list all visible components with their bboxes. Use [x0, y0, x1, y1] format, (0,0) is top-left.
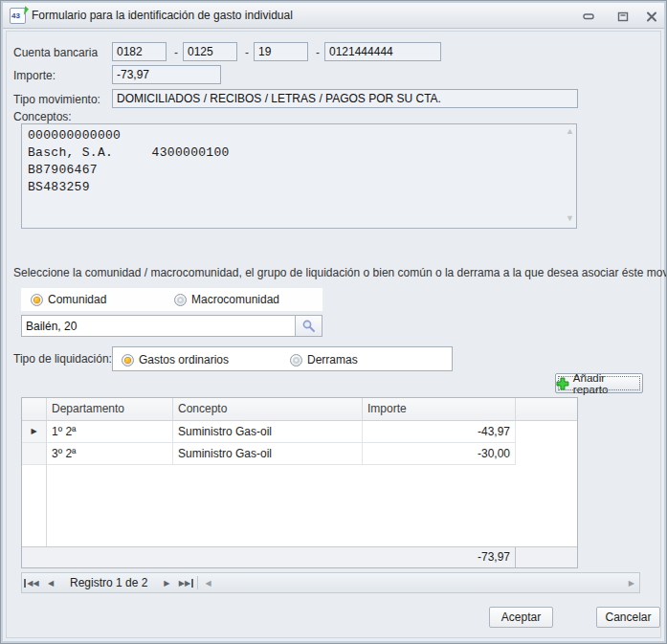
- radio-unselected-icon: [174, 294, 187, 306]
- grid-summary-row: -73,97: [22, 546, 577, 567]
- importe-label: Importe:: [13, 69, 56, 82]
- hscroll-right-icon[interactable]: ▶: [624, 579, 639, 588]
- row-indicator-icon: ▶: [22, 421, 47, 443]
- community-search-input[interactable]: [22, 316, 293, 336]
- community-search-button[interactable]: [295, 316, 322, 336]
- table-row[interactable]: 3º 2ª Suministro Gas-oil -30,00: [22, 443, 516, 465]
- importe-field[interactable]: [112, 65, 221, 84]
- summary-total: -73,97: [363, 547, 516, 567]
- conceptos-textarea[interactable]: 000000000000 Basch, S.A. 4300000100 B879…: [21, 123, 577, 229]
- cell-departamento: 1º 2ª: [47, 421, 173, 443]
- content-panel: Cuenta bancaria - - - Importe: Tipo movi…: [6, 31, 661, 638]
- cancel-button[interactable]: Cancelar: [596, 607, 660, 628]
- grid-header-concepto[interactable]: Concepto: [173, 398, 363, 420]
- hscroll-left-icon[interactable]: ◀: [200, 579, 215, 588]
- grid-header-indicator: [22, 398, 47, 420]
- community-search-box: [21, 315, 322, 337]
- close-icon: [646, 11, 657, 22]
- liquidacion-label: Tipo de liquidación:: [13, 352, 112, 366]
- app-icon-number: 43: [11, 11, 20, 20]
- restore-button[interactable]: [611, 8, 634, 25]
- radio-selected-icon: [122, 354, 134, 366]
- cell-concepto: Suministro Gas-oil: [173, 443, 363, 465]
- tipo-movimiento-label: Tipo movimiento:: [13, 93, 100, 106]
- add-reparto-button[interactable]: Añadir reparto: [555, 373, 643, 393]
- reparto-grid: Departamento Concepto Importe ▶ 1º 2ª Su…: [21, 397, 578, 568]
- table-row[interactable]: ▶ 1º 2ª Suministro Gas-oil -43,97: [22, 421, 516, 443]
- grid-header: Departamento Concepto Importe: [22, 398, 577, 421]
- accept-button[interactable]: Aceptar: [489, 607, 553, 628]
- cell-departamento: 3º 2ª: [47, 443, 173, 465]
- radio-derramas-label: Derramas: [307, 353, 358, 366]
- pencil-icon: [20, 6, 29, 14]
- last-record-button[interactable]: ▶▶: [176, 573, 195, 592]
- account-separator: -: [174, 46, 178, 59]
- tipo-movimiento-field[interactable]: [112, 89, 578, 108]
- account-entity-field[interactable]: [112, 42, 167, 61]
- grid-header-departamento[interactable]: Departamento: [47, 398, 173, 420]
- grid-header-empty: [516, 398, 577, 420]
- community-radio-group: Comunidad Macrocomunidad: [21, 288, 322, 311]
- close-button[interactable]: [640, 8, 663, 25]
- search-icon: [301, 319, 316, 333]
- navigator-separator: [197, 576, 198, 589]
- conceptos-label: Conceptos:: [13, 110, 72, 123]
- liquidacion-radio-group: Gastos ordinarios Derramas: [112, 346, 453, 371]
- scroll-down-icon[interactable]: ▼: [566, 214, 574, 223]
- titlebar: 43 Formulario para la identificación de …: [3, 3, 664, 29]
- radio-unselected-icon: [290, 354, 302, 366]
- radio-selected-icon: [31, 294, 43, 306]
- restore-icon: [617, 11, 629, 22]
- record-navigator: ◀◀ ◀ Registro 1 de 2 ▶ ▶▶ ◀ ▶: [21, 572, 640, 593]
- account-separator: -: [316, 46, 320, 59]
- cell-importe: -43,97: [363, 421, 516, 443]
- account-number-field[interactable]: [324, 42, 441, 61]
- add-reparto-label: Añadir reparto: [573, 372, 642, 395]
- radio-derramas[interactable]: Derramas: [290, 353, 358, 366]
- radio-gastos-ordinarios[interactable]: Gastos ordinarios: [122, 353, 229, 366]
- app-icon: 43: [10, 8, 26, 24]
- radio-macrocomunidad-label: Macrocomunidad: [191, 293, 279, 306]
- cell-importe: -30,00: [363, 443, 516, 465]
- record-counter: Registro 1 de 2: [60, 576, 157, 589]
- dialog-window: 43 Formulario para la identificación de …: [0, 0, 667, 644]
- plus-icon: [556, 377, 569, 390]
- first-record-button[interactable]: ◀◀: [22, 573, 41, 592]
- previous-record-button[interactable]: ◀: [41, 573, 60, 592]
- conceptos-box: 000000000000 Basch, S.A. 4300000100 B879…: [21, 123, 577, 229]
- account-dc-field[interactable]: [254, 42, 308, 61]
- window-title: Formulario para la identificación de gas…: [32, 3, 293, 29]
- radio-comunidad-label: Comunidad: [48, 293, 106, 306]
- radio-comunidad[interactable]: Comunidad: [31, 293, 106, 306]
- minimize-button[interactable]: [577, 8, 600, 25]
- radio-gastos-ordinarios-label: Gastos ordinarios: [139, 353, 229, 366]
- account-separator: -: [245, 46, 249, 59]
- account-office-field[interactable]: [183, 42, 237, 61]
- next-record-button[interactable]: ▶: [157, 573, 176, 592]
- selection-instruction: Seleccione la comunidad / macrocomunidad…: [13, 266, 667, 279]
- scroll-up-icon[interactable]: ▲: [566, 127, 574, 136]
- radio-macrocomunidad[interactable]: Macrocomunidad: [174, 293, 279, 306]
- account-label: Cuenta bancaria: [13, 46, 98, 59]
- grid-header-importe[interactable]: Importe: [363, 398, 516, 420]
- minimize-icon: [583, 11, 595, 21]
- cell-concepto: Suministro Gas-oil: [173, 421, 363, 443]
- row-indicator: [22, 443, 47, 465]
